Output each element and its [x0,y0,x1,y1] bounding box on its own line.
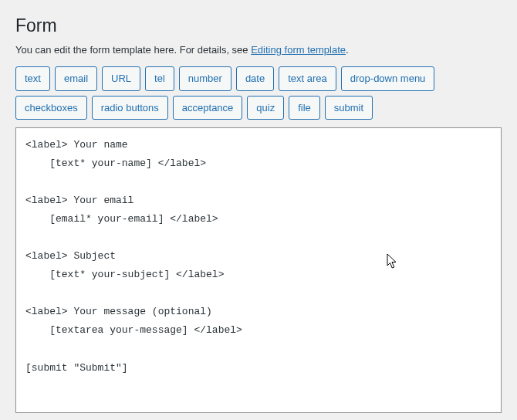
tag-radio-button[interactable]: radio buttons [92,96,168,120]
tag-email-button[interactable]: email [55,66,97,91]
tag-textarea-button[interactable]: text area [279,66,336,91]
tag-quiz-button[interactable]: quiz [247,96,284,120]
section-heading: Form [15,15,502,36]
intro-prefix: You can edit the form template here. For… [15,44,251,56]
tag-text-button[interactable]: text [15,66,50,91]
editing-template-link[interactable]: Editing form template [251,44,346,56]
form-template-editor[interactable] [15,127,502,413]
tag-file-button[interactable]: file [289,96,320,120]
tag-checkboxes-button[interactable]: checkboxes [15,96,87,120]
tag-button-row: text email URL tel number date text area… [15,66,502,120]
tag-url-button[interactable]: URL [102,66,140,91]
intro-text: You can edit the form template here. For… [15,44,502,56]
tag-dropdown-button[interactable]: drop-down menu [341,66,435,91]
tag-date-button[interactable]: date [236,66,274,91]
tag-submit-button[interactable]: submit [325,96,373,120]
intro-suffix: . [346,44,349,56]
tag-acceptance-button[interactable]: acceptance [173,96,243,120]
tag-number-button[interactable]: number [179,66,231,91]
tag-tel-button[interactable]: tel [145,66,174,91]
